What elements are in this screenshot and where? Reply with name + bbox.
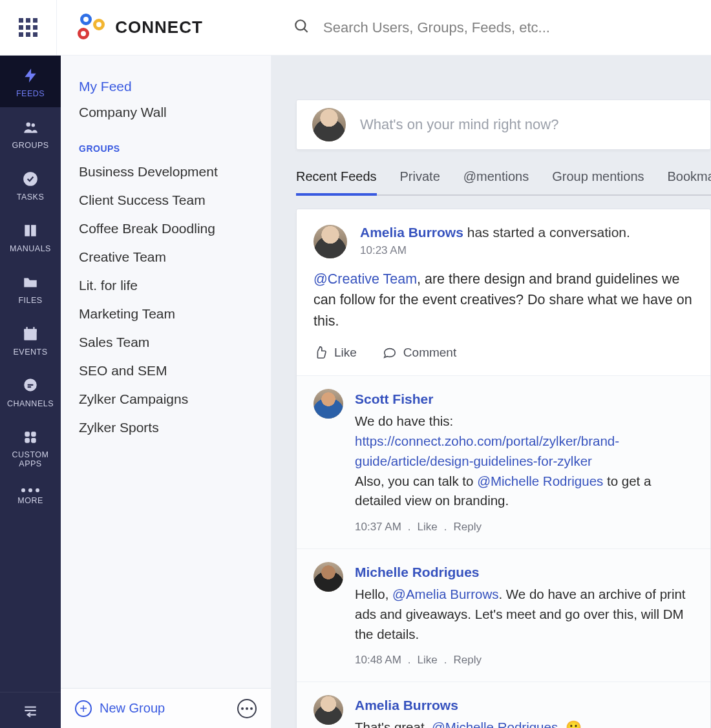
tab-private[interactable]: Private [400,169,440,196]
tab-mentions[interactable]: @mentions [463,169,529,196]
comment-label: Comment [403,346,456,360]
svg-point-0 [295,20,305,30]
svg-point-2 [27,122,31,127]
comment-author[interactable]: Michelle Rodrigues [355,562,480,583]
bolt-icon [21,66,40,85]
tab-recent-feeds[interactable]: Recent Feeds [296,169,377,196]
collapse-icon [22,702,39,719]
sidebar-company-wall[interactable]: Company Wall [61,99,271,125]
comment-text: Hello, [355,587,392,601]
comment-text: Also, you can talk to [355,473,477,488]
sidebar-group-item[interactable]: Lit. for life [61,271,271,300]
sidebar-group-item[interactable]: Business Development [61,158,271,186]
comment-like[interactable]: Like [418,519,438,536]
new-group-label: New Group [100,701,165,716]
comment-item: Scott Fisher We do have this: https://co… [297,375,710,548]
rail-label: FILES [18,296,42,305]
comment-meta: 10:48 AM . Like . Reply [355,652,694,669]
post-actions: Like Comment [297,343,710,375]
rail-label: FEEDS [16,89,45,98]
comment-time: 10:37 AM [355,519,401,536]
sidebar-group-item[interactable]: Sales Team [61,328,271,357]
comment-avatar[interactable] [313,695,343,725]
sidebar-more-button[interactable] [237,699,257,718]
apps-launcher-button[interactable] [0,0,57,55]
book-icon [21,221,40,240]
comment-author[interactable]: Amelia Burrows [355,695,458,716]
sidebar-group-item[interactable]: Client Success Team [61,186,271,214]
rail-label: MANUALS [10,244,51,253]
comment-meta: 10:37 AM . Like . Reply [355,519,694,536]
rail-item-files[interactable]: FILES [0,262,61,314]
comment-button[interactable]: Comment [383,346,456,360]
brand: CONNECT [57,14,274,42]
rail-label: EVENTS [13,348,47,357]
rail-item-channels[interactable]: CHANNELS [0,366,61,417]
search-input[interactable] [323,19,711,36]
comment-author[interactable]: Scott Fisher [355,389,433,410]
feed-area: What's on your mind right now? Recent Fe… [271,56,711,728]
comment-item: Michelle Rodrigues Hello, @Amelia Burrow… [297,548,710,681]
post-time: 10:23 AM [360,244,630,257]
plus-circle-icon: + [75,700,92,717]
rail-item-manuals[interactable]: MANUALS [0,211,61,262]
nav-rail: FEEDS GROUPS TASKS MANUALS FILES [0,56,61,728]
search-icon [293,18,310,37]
svg-rect-13 [31,438,36,443]
rail-item-more[interactable]: MORE [0,478,61,514]
comment-mention[interactable]: @Michelle Rodrigues [432,720,558,728]
composer[interactable]: What's on your mind right now? [296,99,711,150]
current-user-avatar [312,108,346,141]
comment-avatar[interactable] [313,562,343,592]
searchbar [274,18,711,37]
brand-name: CONNECT [115,17,203,37]
like-button[interactable]: Like [313,346,357,360]
comment-like[interactable]: Like [418,652,438,669]
rail-item-tasks[interactable]: TASKS [0,159,61,211]
new-group-button[interactable]: + New Group [75,700,165,717]
comment-link[interactable]: https://connect.zoho.com/portal/zylker/b… [355,433,619,468]
comment-text: We do have this: [355,413,453,428]
sidebar-group-item[interactable]: Zylker Campaigns [61,385,271,413]
emoji-smile-icon: 🙂 [566,720,582,728]
sidebar-my-feed[interactable]: My Feed [61,74,271,99]
rail-item-events[interactable]: EVENTS [0,314,61,366]
post-author-name[interactable]: Amelia Burrows [360,225,463,240]
tab-bookmarked[interactable]: Bookmarked [668,169,711,196]
more-dots-icon [21,488,39,492]
sidebar-footer: + New Group [61,688,271,728]
comment-mention[interactable]: @Amelia Burrows [392,587,498,601]
post-group-mention[interactable]: @Creative Team [313,271,417,287]
rail-label: MORE [17,496,43,505]
sidebar-group-item[interactable]: Creative Team [61,243,271,271]
like-label: Like [334,346,357,360]
svg-point-3 [32,123,35,127]
rail-item-groups[interactable]: GROUPS [0,107,61,159]
composer-placeholder: What's on your mind right now? [360,116,558,133]
comment-icon [383,346,397,360]
rail-item-custom-apps[interactable]: CUSTOM APPS [0,417,61,478]
rail-collapse-button[interactable] [0,692,61,728]
post-author-avatar[interactable] [313,225,347,258]
svg-line-1 [304,28,307,32]
sidebar-group-item[interactable]: Zylker Sports [61,413,271,442]
folder-icon [21,273,40,292]
calendar-icon [21,324,40,344]
comment-text: That's great, [355,720,432,728]
post-action-text: has started a conversation. [463,225,630,240]
comment-mention[interactable]: @Michelle Rodrigues [477,473,603,488]
topbar: CONNECT [0,0,711,56]
rail-item-feeds[interactable]: FEEDS [0,56,61,107]
svg-rect-6 [24,329,37,331]
groups-icon [21,118,40,137]
sidebar-group-item[interactable]: SEO and SEM [61,357,271,385]
comment-reply[interactable]: Reply [453,652,481,669]
comment-reply[interactable]: Reply [453,519,481,536]
sidebar-group-item[interactable]: Marketing Team [61,300,271,328]
comment-avatar[interactable] [313,389,343,419]
tab-group-mentions[interactable]: Group mentions [552,169,644,196]
sidebar-group-item[interactable]: Coffee Break Doodling [61,214,271,243]
sidebar-groups-header: GROUPS [61,125,271,158]
rail-label: CUSTOM APPS [0,451,61,469]
apps-icon [21,428,40,447]
